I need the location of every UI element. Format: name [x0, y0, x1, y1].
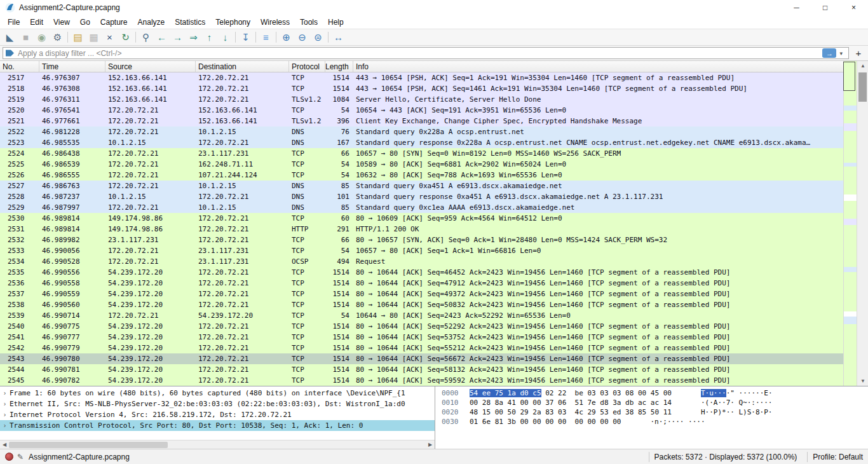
reload-icon[interactable]: ↻ — [118, 30, 133, 44]
status-profile[interactable]: Profile: Default — [813, 453, 863, 461]
open-file-icon[interactable]: ▤ — [70, 30, 86, 44]
packet-row[interactable]: 254346.99078054.239.172.20172.20.72.21TC… — [0, 353, 868, 364]
hscrollbar-thumb[interactable] — [9, 442, 168, 448]
detail-line[interactable]: ›Frame 1: 60 bytes on wire (480 bits), 6… — [0, 388, 435, 399]
filter-dropdown-icon[interactable]: ▾ — [839, 50, 843, 57]
column-header-source[interactable]: Source — [105, 61, 196, 72]
start-capture-icon[interactable]: ◣ — [2, 30, 18, 44]
expand-chevron-icon[interactable]: › — [0, 390, 10, 397]
capture-options-icon[interactable]: ⚙ — [50, 30, 65, 44]
packet-row[interactable]: 251946.976311152.163.66.141172.20.72.21T… — [0, 94, 868, 105]
close-button[interactable]: × — [839, 0, 868, 15]
scroll-left-icon[interactable]: ◀ — [0, 440, 9, 449]
go-back-icon[interactable]: ← — [154, 30, 170, 44]
packet-row[interactable]: 253146.989814149.174.98.86172.20.72.21HT… — [0, 224, 868, 235]
packet-row[interactable]: 252746.986763172.20.72.2110.1.2.15DNS85S… — [0, 181, 868, 191]
packet-row[interactable]: 252146.977661172.20.72.21152.163.66.141T… — [0, 116, 868, 126]
expand-chevron-icon[interactable]: › — [0, 400, 10, 407]
packet-row[interactable]: 252046.976541172.20.72.21152.163.66.141T… — [0, 105, 868, 116]
menu-file[interactable]: File — [3, 17, 25, 28]
packet-row[interactable]: 254046.99077554.239.172.20172.20.72.21TC… — [0, 321, 868, 332]
go-to-packet-icon[interactable]: ⇒ — [186, 30, 201, 44]
menu-go[interactable]: Go — [75, 17, 95, 28]
packet-row[interactable]: 253546.99055654.239.172.20172.20.72.21TC… — [0, 267, 868, 278]
apply-filter-icon[interactable]: → — [822, 48, 836, 58]
colorize-icon[interactable]: ≡ — [258, 30, 274, 44]
zoom-out-icon[interactable]: ⊖ — [294, 30, 310, 44]
restart-capture-icon[interactable]: ◉ — [34, 30, 50, 44]
packet-row[interactable]: 253446.990528172.20.72.2123.1.117.231OCS… — [0, 256, 868, 267]
packet-row[interactable]: 252546.986539172.20.72.21162.248.71.11TC… — [0, 159, 868, 170]
detail-line[interactable]: ›Transmission Control Protocol, Src Port… — [0, 420, 435, 431]
packet-row[interactable]: 252646.986555172.20.72.21107.21.244.124T… — [0, 170, 868, 181]
packet-row[interactable]: 253746.99055954.239.172.20172.20.72.21TC… — [0, 289, 868, 299]
packet-row[interactable]: 252346.98553510.1.2.15172.20.72.21DNS167… — [0, 137, 868, 148]
column-header-time[interactable]: Time — [39, 61, 105, 72]
details-hscrollbar[interactable]: ◀ ▶ — [0, 440, 435, 449]
column-header-destination[interactable]: Destination — [196, 61, 289, 72]
packet-row[interactable]: 251746.976307152.163.66.141172.20.72.21T… — [0, 72, 868, 83]
add-filter-button-icon[interactable]: + — [851, 47, 865, 60]
packet-row[interactable]: 253946.990714172.20.72.2154.239.172.20TC… — [0, 310, 868, 321]
menu-tools[interactable]: Tools — [295, 17, 323, 28]
menu-help[interactable]: Help — [323, 17, 349, 28]
menu-analyze[interactable]: Analyze — [133, 17, 170, 28]
minimize-button[interactable]: ─ — [782, 0, 811, 15]
column-header-no[interactable]: No. — [0, 61, 39, 72]
packet-row[interactable]: 252246.981228172.20.72.2110.1.2.15DNS76S… — [0, 126, 868, 137]
packet-row[interactable]: 254546.99078254.239.172.20172.20.72.21TC… — [0, 375, 868, 386]
packet-row[interactable]: 254246.99077954.239.172.20172.20.72.21TC… — [0, 343, 868, 353]
packet-row[interactable]: 254446.99078154.239.172.20172.20.72.21TC… — [0, 364, 868, 375]
expand-chevron-icon[interactable]: › — [0, 422, 10, 429]
resize-columns-icon[interactable]: ↔ — [330, 30, 346, 44]
packet-row[interactable]: 252946.987997172.20.72.2110.1.2.15DNS85S… — [0, 202, 868, 213]
auto-scroll-icon[interactable]: ↧ — [238, 30, 254, 44]
close-file-icon[interactable]: × — [102, 30, 118, 44]
packet-list-vscrollbar[interactable]: ▲ ▼ — [857, 61, 868, 386]
column-header-length[interactable]: Length — [325, 61, 353, 72]
packet-row[interactable]: 254146.99077754.239.172.20172.20.72.21TC… — [0, 332, 868, 343]
zoom-in-icon[interactable]: ⊕ — [278, 30, 294, 44]
maximize-button[interactable]: □ — [811, 0, 839, 15]
capture-comment-icon[interactable]: ✎ — [17, 453, 24, 461]
detail-line[interactable]: ›Internet Protocol Version 4, Src: 216.5… — [0, 409, 435, 420]
scroll-up-icon[interactable]: ▲ — [857, 61, 868, 71]
packet-row[interactable]: 253646.99055854.239.172.20172.20.72.21TC… — [0, 278, 868, 289]
hex-row[interactable]: 002048 15 00 50 29 2a 83 03 4c 29 53 ed … — [442, 408, 868, 418]
packet-row[interactable]: 253846.99056054.239.172.20172.20.72.21TC… — [0, 299, 868, 310]
menu-telephony[interactable]: Telephony — [210, 17, 255, 28]
packet-row[interactable]: 251846.976308152.163.66.141172.20.72.21T… — [0, 83, 868, 94]
hex-row[interactable]: 003001 6e 81 3b 00 00 00 00 00 00 00 00·… — [442, 418, 868, 427]
menu-view[interactable]: View — [48, 17, 75, 28]
packet-row[interactable]: 253046.989814149.174.98.86172.20.72.21TC… — [0, 213, 868, 224]
packet-row[interactable]: 253346.990056172.20.72.2123.1.117.231TCP… — [0, 245, 868, 256]
detail-line[interactable]: ›Ethernet II, Src: MS-NLB-PhysServer-32_… — [0, 399, 435, 409]
display-filter-input[interactable]: Apply a display filter ... <Ctrl-/> → ▾ — [3, 47, 849, 59]
column-header-info[interactable]: Info — [353, 61, 868, 72]
zoom-100-icon[interactable]: ⊜ — [310, 30, 326, 44]
column-header-protocol[interactable]: Protocol — [289, 61, 325, 72]
minimap-viewport-indicator[interactable] — [843, 62, 855, 91]
save-file-icon[interactable]: ▦ — [86, 30, 102, 44]
packet-row[interactable]: 252846.98723710.1.2.15172.20.72.21DNS101… — [0, 191, 868, 202]
menu-edit[interactable]: Edit — [25, 17, 48, 28]
scroll-right-icon[interactable]: ▶ — [426, 440, 435, 449]
scroll-down-icon[interactable]: ▼ — [857, 376, 868, 386]
hex-row[interactable]: 000054 ee 75 1a d0 c5 02 22 be 03 03 03 … — [442, 389, 868, 399]
packet-row[interactable]: 253246.98998223.1.117.231172.20.72.21TCP… — [0, 235, 868, 245]
go-forward-icon[interactable]: → — [170, 30, 186, 44]
menu-wireless[interactable]: Wireless — [255, 17, 295, 28]
intelligent-scrollbar-minimap[interactable] — [843, 61, 857, 386]
menu-capture[interactable]: Capture — [95, 17, 133, 28]
packet-row[interactable]: 252446.986438172.20.72.2123.1.117.231TCP… — [0, 148, 868, 159]
hex-row[interactable]: 001000 28 8a 41 00 00 37 06 51 7e d8 3a … — [442, 399, 868, 408]
go-last-packet-icon[interactable]: ↓ — [217, 30, 233, 44]
filter-bookmark-icon[interactable] — [6, 49, 14, 57]
expert-info-icon[interactable] — [5, 453, 13, 461]
find-packet-icon[interactable]: ⚲ — [138, 30, 154, 44]
vscrollbar-thumb[interactable] — [858, 72, 867, 102]
expand-chevron-icon[interactable]: › — [0, 411, 10, 418]
go-first-packet-icon[interactable]: ↑ — [201, 30, 217, 44]
menu-statistics[interactable]: Statistics — [170, 17, 210, 28]
stop-capture-icon[interactable]: ■ — [18, 30, 34, 44]
